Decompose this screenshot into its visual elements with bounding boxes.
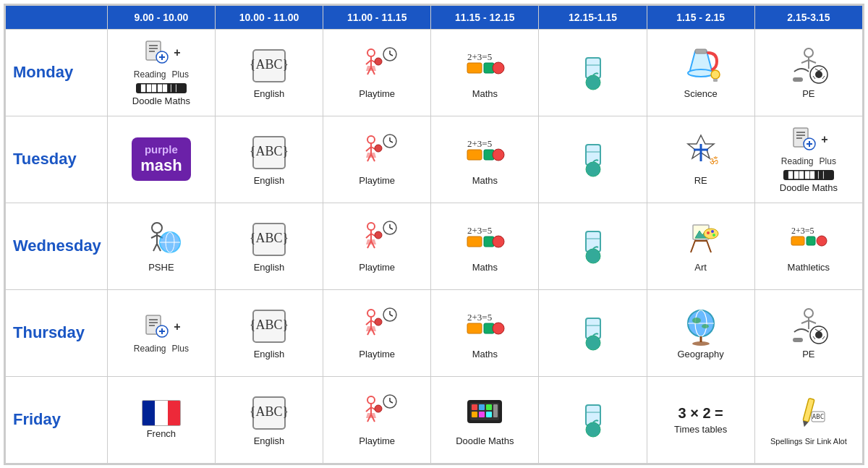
- svg-point-132: [375, 318, 382, 326]
- svg-text:2+3=5: 2+3=5: [791, 226, 814, 236]
- svg-marker-15: [366, 66, 376, 71]
- cell-thursday-0: + Reading Plus: [107, 289, 215, 376]
- header-col3: 11.00 - 11.15: [323, 5, 431, 29]
- svg-text:2+3=5: 2+3=5: [467, 312, 492, 323]
- svg-text:{ABC}: {ABC}: [250, 144, 289, 158]
- svg-rect-114: [807, 237, 815, 245]
- svg-line-153: [809, 320, 816, 323]
- svg-point-29: [688, 69, 714, 77]
- svg-marker-51: [366, 153, 376, 158]
- svg-text:{ABC}: {ABC}: [250, 57, 289, 72]
- svg-line-11: [366, 60, 371, 64]
- cell-friday-3: Doodle Maths: [431, 376, 539, 463]
- day-label: Monday: [6, 29, 108, 116]
- svg-point-30: [711, 70, 720, 79]
- header-col1: 9.00 - 10.00: [107, 5, 215, 29]
- cell-friday-5: 3 × 2 = Times tables: [647, 376, 754, 463]
- svg-point-23: [493, 62, 504, 74]
- svg-text:2+3=5: 2+3=5: [467, 51, 492, 62]
- cell-tuesday-4: [539, 116, 647, 203]
- cell-tuesday-6: + Reading Plus ▉▉▉▉▉ ▏▏ Doodle Maths: [754, 116, 862, 203]
- svg-point-110: [711, 230, 714, 233]
- cell-thursday-2: Playtime: [323, 289, 431, 376]
- french-flag-icon: [142, 400, 181, 426]
- svg-rect-179: [472, 412, 477, 417]
- svg-point-142: [586, 336, 600, 350]
- svg-point-62: [586, 162, 600, 176]
- svg-point-139: [493, 323, 504, 334]
- cell-monday-0: + Reading Plus ▉▉▉▉▉ ▏▏ Doodle Maths: [107, 29, 215, 116]
- svg-line-47: [366, 147, 371, 151]
- cell-thursday-1: {ABC} English: [215, 289, 323, 376]
- cell-monday-5: Science: [647, 29, 754, 116]
- cell-thursday-3: 2+3=5 Maths: [431, 289, 539, 376]
- svg-point-149: [702, 324, 709, 328]
- header-col5: 12.15-1.15: [539, 5, 647, 29]
- svg-rect-57: [467, 150, 482, 160]
- cell-monday-3: 2+3=5 Maths: [431, 29, 539, 116]
- day-label: Tuesday: [6, 116, 108, 203]
- svg-point-45: [367, 136, 375, 143]
- cell-friday-2: Playtime: [323, 376, 431, 463]
- cell-monday-1: {ABC} English: [215, 29, 323, 116]
- svg-point-185: [586, 422, 600, 437]
- cell-tuesday-0: purple mash: [107, 116, 215, 203]
- cell-wednesday-3: 2+3=5 Maths: [431, 203, 539, 289]
- svg-rect-181: [486, 412, 492, 417]
- svg-line-87: [366, 234, 371, 238]
- cell-friday-4: [539, 376, 647, 463]
- svg-point-102: [586, 249, 600, 263]
- cell-tuesday-3: 2+3=5 Maths: [431, 116, 539, 203]
- cell-thursday-6: PE: [754, 289, 862, 376]
- svg-point-108: [704, 229, 718, 239]
- svg-point-148: [692, 318, 701, 323]
- header-col6: 1.15 - 2.15: [647, 5, 754, 29]
- svg-rect-180: [479, 412, 485, 417]
- cell-friday-6: ABC Spellings Sir Link Alot: [754, 376, 862, 463]
- svg-point-16: [375, 58, 382, 65]
- svg-rect-178: [486, 404, 492, 410]
- svg-rect-31: [713, 79, 718, 82]
- cell-wednesday-0: PSHE: [107, 203, 215, 289]
- svg-point-125: [367, 310, 375, 317]
- svg-point-109: [707, 231, 710, 234]
- cell-wednesday-1: {ABC} English: [215, 203, 323, 289]
- svg-point-147: [692, 341, 710, 346]
- cell-monday-4: [539, 29, 647, 116]
- svg-point-26: [586, 75, 600, 90]
- cell-thursday-5: Geography: [647, 289, 754, 376]
- svg-rect-97: [467, 237, 482, 247]
- svg-point-9: [367, 49, 375, 56]
- svg-marker-169: [366, 413, 376, 418]
- svg-text:ABC: ABC: [812, 413, 824, 420]
- svg-point-37: [815, 71, 822, 78]
- svg-line-152: [801, 320, 809, 323]
- svg-point-111: [712, 234, 715, 237]
- cell-monday-6: PE: [754, 29, 862, 116]
- cell-wednesday-5: Art: [647, 203, 754, 289]
- svg-marker-131: [366, 326, 376, 331]
- svg-line-165: [366, 407, 371, 412]
- svg-rect-160: [793, 338, 803, 342]
- svg-rect-42: [793, 77, 803, 82]
- svg-line-35: [809, 60, 816, 63]
- svg-line-127: [366, 320, 371, 325]
- svg-text:{ABC}: {ABC}: [250, 404, 289, 419]
- day-label: Thursday: [6, 289, 108, 376]
- cell-monday-2: Playtime: [323, 29, 431, 116]
- svg-line-34: [801, 60, 809, 63]
- svg-marker-91: [366, 239, 376, 244]
- svg-text:ॐ: ॐ: [710, 156, 718, 166]
- svg-point-59: [493, 149, 504, 161]
- svg-point-155: [815, 331, 822, 339]
- cell-wednesday-4: [539, 203, 647, 289]
- day-label: Wednesday: [6, 203, 108, 289]
- header-day: [6, 5, 108, 29]
- svg-point-99: [493, 236, 504, 247]
- svg-point-92: [375, 231, 382, 239]
- svg-line-78: [153, 244, 157, 251]
- timetable: 9.00 - 10.00 10.00 - 11.00 11.00 - 11.15…: [4, 4, 864, 465]
- svg-rect-182: [493, 404, 498, 417]
- svg-point-170: [375, 405, 382, 412]
- cell-tuesday-2: Playtime: [323, 116, 431, 203]
